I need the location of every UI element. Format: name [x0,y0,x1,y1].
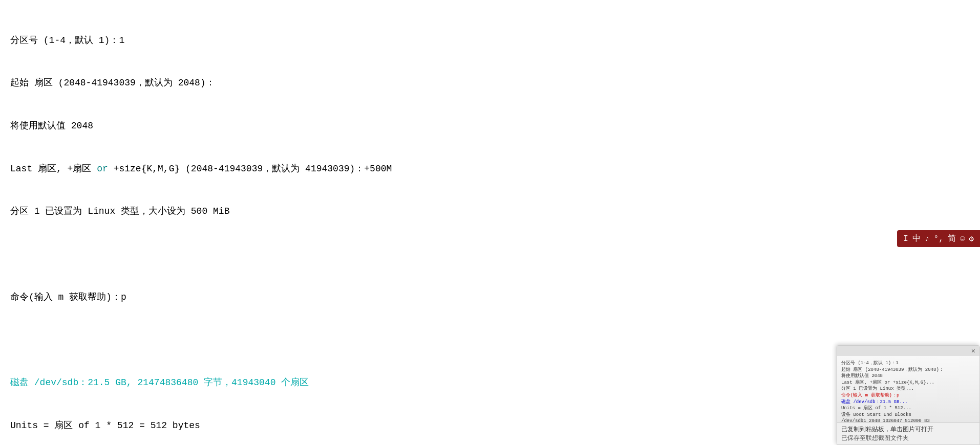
ime-emoji-icon: ☺ [960,234,965,243]
ime-toolbar[interactable]: I 中 ♪ °, 简 ☺ ⚙ [897,230,980,247]
popup-close-button[interactable]: × [969,347,977,355]
term-line-5: 分区 1 已设置为 Linux 类型，大小设为 500 MiB [10,205,970,219]
ime-simplified-toggle[interactable]: 简 [948,233,956,244]
term-line-7: 命令(输入 m 获取帮助)：p [10,291,970,305]
term-line-1: 分区号 (1-4，默认 1)：1 [10,34,970,48]
term-line-8 [10,333,970,347]
popup-footer: 已复制到粘贴板，单击图片可打开 已保存至联想截图文件夹 [837,422,979,444]
ime-moon-icon: ♪ [925,234,930,243]
popup-header: × [837,346,979,356]
term-line-6 [10,248,970,262]
ime-settings-icon[interactable]: ⚙ [969,234,974,244]
popup-copy-text: 已复制到粘贴板，单击图片可打开 [841,425,975,434]
popup-save-text: 已保存至联想截图文件夹 [841,434,975,442]
term-line-9: 磁盘 /dev/sdb：21.5 GB, 21474836480 字节，4194… [10,376,970,390]
screenshot-popup: × 分区号 (1-4，默认 1)：1 起始 扇区 (2048-41943039，… [837,345,980,445]
ime-dots-icon: °, [934,234,944,243]
term-line-2: 起始 扇区 (2048-41943039，默认为 2048)： [10,76,970,91]
ime-cursor-icon: I [903,234,908,243]
term-line-10: Units = 扇区 of 1 * 512 = 512 bytes [10,419,970,433]
term-line-4: Last 扇区, +扇区 or +size{K,M,G} (2048-41943… [10,162,970,176]
term-line-3: 将使用默认值 2048 [10,119,970,134]
terminal-output: 分区号 (1-4，默认 1)：1 起始 扇区 (2048-41943039，默认… [0,0,980,445]
popup-thumbnail[interactable]: 分区号 (1-4，默认 1)：1 起始 扇区 (2048-41943039，默认… [837,356,979,422]
thumbnail-content: 分区号 (1-4，默认 1)：1 起始 扇区 (2048-41943039，默认… [837,356,979,422]
ime-chinese-toggle[interactable]: 中 [912,233,921,244]
